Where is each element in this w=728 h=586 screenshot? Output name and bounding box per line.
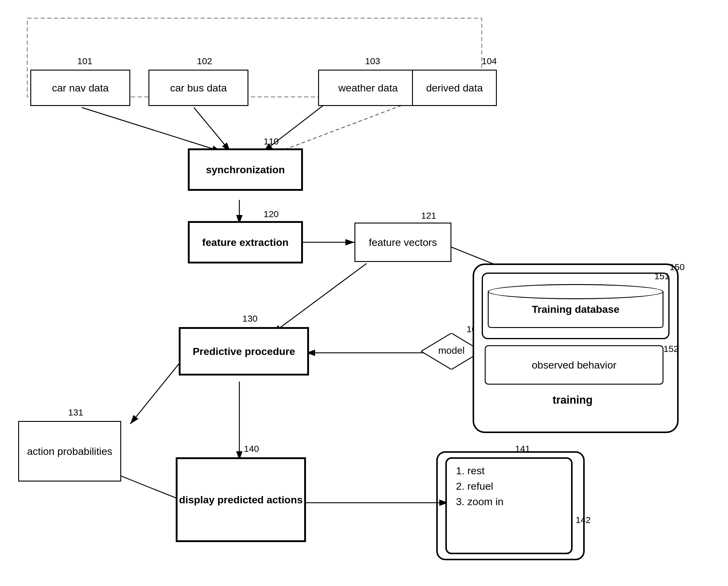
- action-prob-ref: 131: [68, 407, 83, 418]
- predictive-label: Predictive procedure: [193, 346, 295, 357]
- action-list-box: 1. rest 2. refuel 3. zoom in: [445, 457, 573, 554]
- list-item-1: 1. rest: [456, 465, 562, 477]
- action-prob-box: action probabilities: [18, 421, 121, 481]
- svg-line-9: [272, 264, 367, 333]
- sync-label: synchronization: [206, 164, 285, 176]
- action-prob-label: action probabilities: [27, 446, 112, 457]
- car-bus-ref: 102: [197, 56, 212, 66]
- derived-box: derived data: [412, 70, 497, 106]
- display-box: display predicted actions: [176, 457, 306, 542]
- display-ref: 140: [244, 444, 259, 454]
- display-label: display predicted actions: [179, 494, 303, 506]
- car-nav-label: car nav data: [52, 82, 108, 94]
- derived-label: derived data: [426, 82, 483, 94]
- training-label-text: training: [515, 394, 630, 406]
- feature-vectors-ref: 121: [421, 211, 436, 221]
- predictive-box: Predictive procedure: [179, 327, 309, 375]
- list-item-3: 3. zoom in: [456, 496, 562, 508]
- svg-line-3: [82, 107, 221, 152]
- feature-vectors-label: feature vectors: [369, 237, 437, 248]
- sync-box: synchronization: [188, 149, 303, 191]
- training-db-box: Training database: [482, 272, 670, 339]
- diagram: car nav data 101 car bus data 102 weathe…: [0, 0, 728, 586]
- sync-ref: 110: [264, 136, 279, 146]
- feature-extraction-box: feature extraction: [188, 221, 303, 264]
- weather-box: weather data: [318, 70, 418, 106]
- weather-ref: 103: [365, 56, 380, 66]
- list-item-2: 2. refuel: [456, 480, 562, 492]
- svg-line-4: [194, 107, 230, 152]
- svg-text:model: model: [438, 345, 464, 356]
- car-nav-box: car nav data: [30, 70, 130, 106]
- derived-ref: 104: [482, 56, 497, 66]
- car-bus-label: car bus data: [170, 82, 227, 94]
- feature-extraction-label: feature extraction: [202, 237, 288, 248]
- training-ref-150: 150: [670, 262, 685, 272]
- training-ref-151: 151: [654, 271, 670, 281]
- list-ref-142: 142: [576, 515, 591, 525]
- feature-extraction-ref: 120: [264, 209, 279, 219]
- observed-behavior-box: observed behavior: [485, 345, 664, 384]
- list-ref-141: 141: [515, 444, 530, 454]
- weather-label: weather data: [338, 82, 398, 94]
- car-bus-box: car bus data: [149, 70, 249, 106]
- predictive-ref: 130: [242, 314, 258, 324]
- feature-vectors-box: feature vectors: [355, 222, 451, 262]
- car-nav-ref: 101: [77, 56, 93, 66]
- training-ref-152: 152: [664, 344, 679, 354]
